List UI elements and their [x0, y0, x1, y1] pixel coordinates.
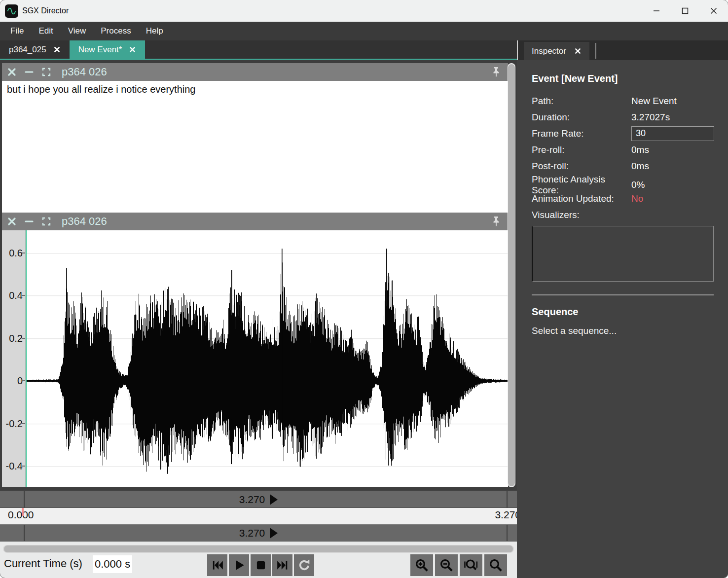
slider-duration-label: 3.270 [239, 494, 265, 506]
ruler-playhead-marker[interactable] [22, 508, 24, 516]
panel-minimize-icon[interactable] [24, 67, 34, 77]
waveform-plot[interactable] [26, 230, 508, 487]
field-value: 0ms [631, 144, 714, 155]
tab-label: New Event* [78, 45, 122, 55]
field-frame-rate: Frame Rate: [532, 125, 714, 142]
panel-close-icon[interactable] [7, 217, 17, 226]
maximize-button[interactable] [671, 0, 699, 22]
window-title: SGX Director [22, 6, 69, 15]
zoom-controls [410, 554, 507, 576]
vertical-scrollbar[interactable] [508, 63, 515, 487]
menu-edit[interactable]: Edit [31, 22, 60, 40]
time-ruler[interactable]: 0.000 3.270 [0, 508, 517, 524]
frame-rate-input[interactable] [631, 126, 714, 141]
visualizers-list[interactable] [532, 226, 714, 282]
panel-minimize-icon[interactable] [24, 217, 34, 226]
slider-handle-right[interactable] [507, 491, 508, 507]
section-divider [532, 294, 714, 295]
field-label: Visualizers: [532, 210, 631, 220]
field-label: Duration: [532, 112, 631, 123]
slider-handle-left[interactable] [24, 525, 25, 541]
menu-process[interactable]: Process [93, 22, 138, 40]
panel-close-icon[interactable] [7, 67, 17, 77]
tab-p364-025[interactable]: p364_025 [0, 40, 70, 59]
play-icon[interactable] [270, 494, 278, 505]
panel-title: p364 026 [62, 215, 107, 228]
tab-label: p364_025 [9, 45, 46, 55]
minimize-button[interactable] [642, 0, 671, 22]
y-axis-gutter: 0.60.40.20-0.2-0.4 [2, 230, 26, 487]
vertical-scrollbar-thumb[interactable] [508, 64, 515, 486]
tab-inspector[interactable]: Inspector [524, 42, 589, 60]
pin-icon[interactable] [491, 67, 501, 77]
inspector-panel: Event [New Event] Path: New Event Durati… [517, 60, 728, 578]
panel-expand-icon[interactable] [41, 67, 51, 77]
field-duration: Duration: 3.27027s [532, 109, 714, 125]
play-button[interactable] [229, 554, 249, 576]
slider-handle-left[interactable] [24, 491, 25, 507]
loop-button[interactable] [294, 554, 314, 576]
timeline-range-slider-bottom[interactable]: 3.270 [0, 524, 517, 542]
zoom-in-icon [414, 558, 429, 573]
y-axis-tick-label: -0.2 [2, 417, 23, 430]
transport-controls [207, 554, 314, 576]
pin-icon[interactable] [491, 216, 501, 227]
inspector-tab-strip: Inspector [517, 40, 728, 60]
tab-strip: p364_025 New Event* Inspector [0, 40, 728, 60]
zoom-fit-button[interactable] [484, 554, 507, 576]
play-icon[interactable] [270, 528, 278, 539]
current-time-input[interactable] [93, 555, 132, 573]
y-axis-tick-mark [22, 423, 25, 424]
skip-to-start-button[interactable] [207, 554, 227, 576]
slider-handle-right[interactable] [507, 525, 508, 541]
field-value: No [631, 193, 714, 204]
skip-to-end-icon [276, 559, 289, 572]
stop-icon [255, 559, 267, 572]
waveform-panel: p364 026 0.60.40.20-0.2-0.4 [2, 213, 508, 487]
transcript-body[interactable]: but i hope you all realize i notice ever… [2, 81, 508, 213]
field-value: 0ms [631, 161, 714, 172]
transport-bar: Current Time (s) [0, 542, 517, 578]
ruler-start-time: 0.000 [8, 509, 34, 521]
window-controls [642, 0, 728, 22]
menu-help[interactable]: Help [139, 22, 171, 40]
zoom-in-button[interactable] [410, 554, 433, 576]
menu-file[interactable]: File [3, 22, 31, 40]
zoom-to-selection-button[interactable] [460, 554, 482, 576]
y-axis-tick-mark [22, 380, 25, 381]
timeline-range-slider-top[interactable]: 3.270 [0, 491, 517, 508]
panel-expand-icon[interactable] [41, 217, 51, 226]
zoom-out-button[interactable] [435, 554, 458, 576]
field-value: 3.27027s [631, 112, 714, 123]
waveform-canvas[interactable] [26, 230, 508, 487]
y-axis-tick-label: 0.4 [2, 289, 23, 302]
menu-view[interactable]: View [61, 22, 94, 40]
maximize-icon [681, 7, 689, 15]
ruler-end-time: 3.270 [495, 509, 517, 521]
field-label: Animation Updated: [532, 193, 631, 204]
tab-new-event[interactable]: New Event* [70, 40, 146, 59]
field-value: 0% [631, 180, 714, 190]
field-label: Pre-roll: [532, 144, 631, 155]
y-axis-tick-label: 0.2 [2, 332, 23, 345]
play-icon [233, 559, 246, 572]
field-phonetic-score: Phonetic Analysis Score: 0% [532, 174, 714, 190]
close-tab-icon[interactable] [129, 46, 136, 53]
sequence-placeholder: Select a sequence... [532, 325, 714, 336]
menu-bar: File Edit View Process Help [0, 22, 728, 40]
horizontal-scrollbar[interactable] [3, 545, 514, 553]
horizontal-scrollbar-thumb[interactable] [4, 545, 513, 552]
skip-to-start-icon [211, 559, 224, 572]
app-window: SGX Director File Edit View Process Help… [0, 0, 728, 578]
transcript-text: but i hope you all realize i notice ever… [2, 81, 508, 98]
playhead-line[interactable] [26, 230, 27, 487]
field-path: Path: New Event [532, 93, 714, 109]
title-bar: SGX Director [0, 0, 728, 22]
close-window-button[interactable] [699, 0, 728, 22]
close-tab-icon[interactable] [53, 46, 61, 53]
transcript-panel-header: p364 026 [2, 63, 508, 81]
zoom-fit-icon [488, 558, 503, 573]
skip-to-end-button[interactable] [272, 554, 292, 576]
stop-button[interactable] [251, 554, 271, 576]
close-tab-icon[interactable] [574, 47, 582, 55]
